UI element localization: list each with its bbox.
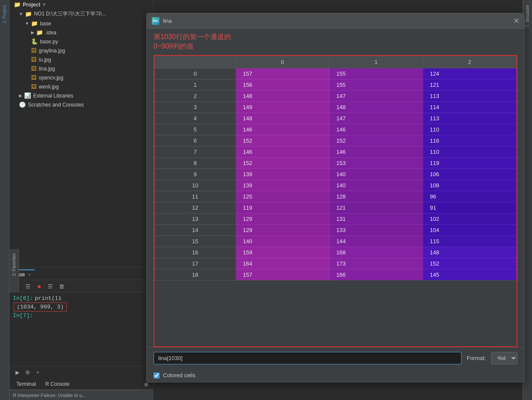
expression-input[interactable] (154, 352, 461, 364)
row-index: 6 (155, 135, 236, 146)
table-row: 15140144115 (155, 235, 517, 247)
col-header-1[interactable]: 1 (329, 56, 423, 68)
main-area: PC lina ✕ 第1030行的第一个通道的 0~909列的值 0 1 2 (154, 0, 523, 400)
structure-vtab[interactable]: 7: Structure (524, 2, 531, 31)
console-tab-close[interactable]: × (28, 272, 31, 277)
tree-item-no1[interactable]: ▼ 📁 NO1 D:\大三学习\大三下学习\... (9, 9, 153, 19)
cell-12-0: 119 (236, 202, 329, 213)
cell-8-0: 152 (236, 157, 329, 168)
cell-12-2: 91 (423, 202, 516, 213)
terminal-tab-bar: Terminal R Console ⊕ (9, 379, 153, 390)
tree-item-scratches[interactable]: 🕐 Scratches and Consoles (9, 100, 153, 109)
python-file-icon: 🐍 (31, 38, 38, 45)
data-viewer-dialog: PC lina ✕ 第1030行的第一个通道的 0~909列的值 0 1 2 (154, 13, 523, 382)
rconsole-tab[interactable]: R Console (41, 380, 74, 389)
sidebar: 📁 Project ▼ ▼ 📁 NO1 D:\大三学习\大三下学习\... ▼ … (9, 0, 154, 400)
cell-12-1: 121 (329, 202, 423, 213)
cell-3-2: 114 (423, 101, 516, 113)
table-row: 18157166145 (155, 269, 517, 280)
expression-input-wrapper (154, 352, 461, 364)
stop-button[interactable]: ■ (34, 281, 44, 291)
expand-arrow: ▼ (19, 12, 23, 16)
toolbar-btn-1[interactable]: ▶ (13, 368, 22, 377)
row-index: 14 (155, 224, 236, 235)
dialog-close-button[interactable]: ✕ (514, 17, 519, 25)
table-body: 0157155124115615512121481471133149148114… (155, 68, 517, 280)
cell-10-1: 140 (329, 180, 423, 191)
row-index: 3 (155, 101, 236, 113)
table-row: 13129131102 (155, 213, 517, 224)
interrupt-button[interactable]: ☰ (23, 281, 33, 291)
tree-item-base-folder[interactable]: ▼ 📁 base (9, 19, 153, 28)
table-row: 16159168148 (155, 247, 517, 258)
table-header-row: 0 1 2 (155, 56, 517, 68)
cell-8-2: 119 (423, 157, 516, 168)
cell-10-0: 139 (236, 180, 329, 191)
cell-18-0: 157 (236, 269, 329, 280)
table-row: 0157155124 (155, 68, 517, 79)
expand-arrow: ▼ (25, 21, 29, 26)
tree-item-base-py[interactable]: 🐍 base.py (9, 37, 153, 46)
cell-8-1: 153 (329, 157, 423, 168)
project-title: Project (23, 2, 40, 8)
data-table-wrapper[interactable]: 0 1 2 0157155124115615512121481471133149… (154, 55, 517, 347)
cell-1-2: 121 (423, 79, 516, 90)
console-toolbar: ↩ ☰ ■ ☰ 🗑 (9, 280, 153, 293)
row-index: 11 (155, 191, 236, 202)
tree-item-graylina[interactable]: 🖼 graylina.jpg (9, 46, 153, 55)
project-vtab[interactable]: 1: Project (1, 2, 8, 27)
tree-item-idea[interactable]: ▶ 📁 .idea (9, 28, 153, 37)
cell-17-0: 164 (236, 258, 329, 269)
tree-item-lina[interactable]: 🖼 lina.jpg (9, 64, 153, 73)
cell-18-2: 145 (423, 269, 516, 280)
tree-item-opencv[interactable]: 🖼 opencv.jpg (9, 73, 153, 82)
project-header[interactable]: 📁 Project ▼ (9, 0, 153, 9)
favorites-vtab[interactable]: 2: Favorites (11, 249, 17, 280)
cell-7-1: 146 (329, 146, 423, 157)
toolbar-btn-3[interactable]: + (34, 368, 42, 377)
cell-13-1: 131 (329, 213, 423, 224)
dialog-subtitle: 第1030行的第一个通道的 0~909列的值 (154, 29, 523, 55)
cell-16-0: 159 (236, 247, 329, 258)
table-row: 7146146110 (155, 146, 517, 157)
table-row: 5146146110 (155, 124, 517, 135)
project-arrow: ▼ (42, 2, 46, 7)
tree-item-external-libraries[interactable]: ▶ 📊 External Libraries (9, 91, 153, 100)
cell-2-2: 113 (423, 90, 516, 101)
cell-1-1: 155 (329, 79, 423, 90)
project-tree-panel: 📁 Project ▼ ▼ 📁 NO1 D:\大三学习\大三下学习\... ▼ … (9, 0, 153, 267)
tree-item-iu[interactable]: 🖼 iu.jpg (9, 55, 153, 64)
console-tab-bar: base × (9, 267, 153, 280)
col-header-0[interactable]: 0 (236, 56, 329, 68)
row-index: 8 (155, 157, 236, 168)
cell-4-2: 113 (423, 113, 516, 124)
console-menu-button[interactable]: ☰ (46, 281, 55, 291)
cell-4-1: 147 (329, 113, 423, 124)
table-row: 10139140108 (155, 180, 517, 191)
image-file-icon: 🖼 (31, 47, 37, 54)
toolbar-btn-2[interactable]: ⚙ (23, 368, 32, 377)
format-select[interactable]: %d %f %e %s (491, 352, 517, 364)
clear-button[interactable]: 🗑 (57, 281, 66, 291)
image-file-icon: 🖼 (31, 65, 37, 72)
folder-icon: 📁 (14, 1, 21, 8)
row-index: 5 (155, 124, 236, 135)
colored-cells-label[interactable]: Colored cells (163, 372, 195, 379)
row-index: 17 (155, 258, 236, 269)
row-index: 1 (155, 79, 236, 90)
terminal-tab[interactable]: Terminal (12, 380, 40, 389)
cell-3-1: 148 (329, 101, 423, 113)
table-row: 2148147113 (155, 90, 517, 101)
row-index: 16 (155, 247, 236, 258)
cell-2-1: 147 (329, 90, 423, 101)
col-header-2[interactable]: 2 (423, 56, 516, 68)
table-row: 1156155121 (155, 79, 517, 90)
cell-14-2: 104 (423, 224, 516, 235)
folder-icon: 📁 (36, 29, 43, 36)
cell-1-0: 156 (236, 79, 329, 90)
colored-cells-row: Colored cells (154, 369, 523, 382)
cell-9-0: 139 (236, 168, 329, 180)
project-tab-strip: 1: Project (0, 0, 9, 400)
tree-item-wenli[interactable]: 🖼 wenli.jpg (9, 82, 153, 91)
colored-cells-checkbox[interactable] (154, 373, 160, 379)
